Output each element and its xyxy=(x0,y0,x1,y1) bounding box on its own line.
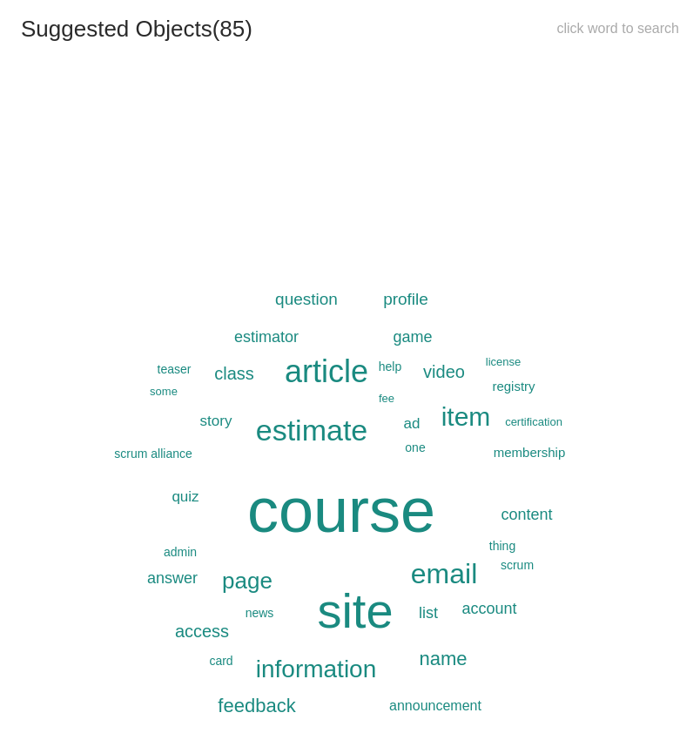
search-hint: click word to search xyxy=(557,16,680,37)
word-item[interactable]: fee xyxy=(379,392,394,405)
word-item[interactable]: estimator xyxy=(234,328,299,346)
word-item[interactable]: game xyxy=(393,328,432,346)
word-item[interactable]: membership xyxy=(494,445,566,460)
word-item[interactable]: certification xyxy=(505,415,562,428)
word-item[interactable]: course xyxy=(247,474,435,546)
word-item[interactable]: account xyxy=(461,600,516,618)
word-item[interactable]: article xyxy=(285,353,368,390)
word-item[interactable]: video xyxy=(423,362,465,382)
word-item[interactable]: news xyxy=(246,606,274,620)
word-item[interactable]: card xyxy=(209,654,232,668)
word-item[interactable]: scrum xyxy=(501,558,534,572)
word-item[interactable]: content xyxy=(501,506,552,524)
word-item[interactable]: information xyxy=(256,656,377,683)
word-item[interactable]: question xyxy=(275,290,338,309)
word-item[interactable]: help xyxy=(379,360,401,373)
word-item[interactable]: license xyxy=(486,355,521,368)
word-item[interactable]: feedback xyxy=(218,695,295,717)
word-item[interactable]: item xyxy=(441,402,491,432)
word-item[interactable]: teaser xyxy=(158,362,192,376)
word-item[interactable]: estimate xyxy=(256,414,368,447)
word-item[interactable]: site xyxy=(317,582,393,639)
word-item[interactable]: page xyxy=(222,568,273,595)
word-item[interactable]: profile xyxy=(383,290,428,309)
word-item[interactable]: ad xyxy=(404,415,421,433)
word-item[interactable]: scrum alliance xyxy=(114,447,192,461)
word-item[interactable]: email xyxy=(411,558,477,590)
word-item[interactable]: story xyxy=(200,413,232,430)
word-item[interactable]: quiz xyxy=(172,488,199,506)
word-item[interactable]: thing xyxy=(489,539,515,553)
word-item[interactable]: one xyxy=(405,440,425,454)
word-item[interactable]: access xyxy=(175,622,229,642)
word-item[interactable]: some xyxy=(150,385,178,398)
word-item[interactable]: class xyxy=(214,364,254,384)
word-item[interactable]: admin xyxy=(164,545,197,559)
word-item[interactable]: registry xyxy=(492,379,535,393)
word-item[interactable]: name xyxy=(419,648,467,670)
word-item[interactable]: announcement xyxy=(389,698,481,714)
page-title: Suggested Objects(85) xyxy=(21,16,252,43)
word-cloud: questionprofileestimatorgameteaserclassa… xyxy=(0,51,700,730)
word-item[interactable]: answer xyxy=(147,569,198,588)
word-item[interactable]: list xyxy=(419,604,438,622)
